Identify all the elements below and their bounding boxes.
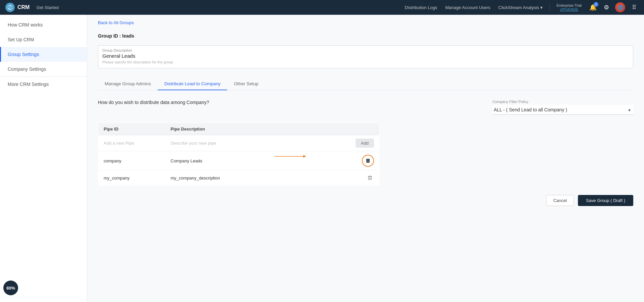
back-to-all-groups-link[interactable]: Back to All Groups: [87, 15, 145, 28]
trial-info: Enterprise-Trial UPGRADE: [556, 3, 582, 11]
logo[interactable]: CRM: [5, 3, 30, 12]
delete-pipe-button-highlighted[interactable]: [362, 155, 374, 167]
pipe-description-header: Pipe Description: [165, 123, 350, 135]
tab-other-setup[interactable]: Other Setup: [227, 78, 265, 90]
pipe-id-cell: my_company: [98, 170, 165, 186]
group-description-value[interactable]: General Leads: [102, 53, 629, 59]
pipe-id-cell: company: [98, 151, 165, 170]
pipe-table: Pipe ID Pipe Description: [98, 123, 380, 186]
progress-circle: 80%: [3, 281, 18, 295]
group-id-value: leads: [122, 33, 134, 39]
user-avatar[interactable]: 🌐: [615, 2, 625, 12]
save-group-draft-button[interactable]: Save Group ( Draft ): [578, 195, 633, 206]
topnav-links: Distribution Logs Manage Account Users C…: [405, 5, 543, 10]
company-filter-select[interactable]: ALL - ( Send Lead to all Company ) ROUND…: [492, 105, 633, 115]
group-id-prefix: Group ID :: [98, 33, 121, 39]
sidebar-item-group-settings[interactable]: Group Settings: [0, 47, 87, 62]
sidebar-item-more-crm-settings[interactable]: More CRM Settings: [0, 77, 87, 92]
group-description-help: Please specify the description for the g…: [102, 60, 629, 64]
chevron-down-icon: ▾: [540, 5, 543, 10]
delete-pipe-button[interactable]: [366, 174, 374, 182]
add-pipe-button[interactable]: Add: [356, 139, 374, 148]
pipe-id-header: Pipe ID: [98, 123, 165, 135]
manage-account-users-link[interactable]: Manage Account Users: [445, 5, 490, 10]
new-pipe-id-input[interactable]: [104, 141, 160, 146]
sidebar-item-set-up-crm[interactable]: Set Up CRM: [0, 32, 87, 47]
notifications-button[interactable]: 🔔: [588, 3, 598, 12]
nav-divider: [549, 3, 550, 11]
progress-indicator: 80%: [3, 281, 18, 295]
pipe-description-cell: my_company_description: [165, 170, 350, 186]
pipe-table-wrapper: Pipe ID Pipe Description: [98, 123, 380, 186]
group-description-label: Group Description: [102, 48, 629, 52]
logo-icon: [5, 3, 15, 12]
action-header: [350, 123, 380, 135]
tabs: Manage Group Admins Distribute Lead to C…: [98, 78, 633, 90]
topnav-icon-group: 🔔 ⚙ 🌐 ⠿: [588, 2, 639, 12]
top-navigation: CRM Get Started Distribution Logs Manage…: [0, 0, 644, 15]
distribution-logs-link[interactable]: Distribution Logs: [405, 5, 437, 10]
company-filter-label: Company Filter Policy: [492, 100, 528, 104]
get-started-link[interactable]: Get Started: [36, 5, 58, 10]
table-row: my_company my_company_description: [98, 170, 380, 186]
distribute-tab-content: How do you wish to distribute data among…: [98, 100, 633, 206]
distribute-label: How do you wish to distribute data among…: [98, 100, 209, 105]
content-area: Group ID : leads Group Description Gener…: [87, 28, 644, 219]
upgrade-link[interactable]: UPGRADE: [560, 7, 578, 11]
group-id-row: Group ID : leads: [98, 33, 633, 39]
distribute-row: How do you wish to distribute data among…: [98, 100, 633, 115]
tab-distribute-lead-to-company[interactable]: Distribute Lead to Company: [158, 78, 227, 90]
table-row: company Company Leads: [98, 151, 380, 170]
sidebar-item-how-crm-works[interactable]: How CRM works: [0, 17, 87, 32]
sidebar: How CRM works Set Up CRM Group Settings …: [0, 15, 87, 302]
clickstream-analysis-link[interactable]: ClickStream Analysis ▾: [498, 5, 543, 10]
company-filter-select-wrapper: ALL - ( Send Lead to all Company ) ROUND…: [492, 105, 633, 115]
logo-text: CRM: [17, 4, 30, 10]
pipe-description-cell: Company Leads: [165, 151, 350, 170]
pipe-row-action: [356, 155, 374, 167]
cancel-button[interactable]: Cancel: [546, 195, 574, 206]
company-filter-group: Company Filter Policy ALL - ( Send Lead …: [492, 100, 633, 115]
group-description-field: Group Description General Leads Please s…: [98, 45, 633, 68]
action-buttons: Cancel Save Group ( Draft ): [98, 195, 633, 206]
sidebar-item-company-settings[interactable]: Company Settings: [0, 62, 87, 77]
add-pipe-row: Add: [98, 135, 380, 151]
settings-icon-button[interactable]: ⚙: [602, 3, 611, 12]
main-content: Back to All Groups Group ID : leads Grou…: [87, 15, 644, 302]
apps-icon-button[interactable]: ⠿: [629, 3, 639, 12]
new-pipe-description-input[interactable]: [171, 141, 345, 146]
pipe-row-action-2: [356, 174, 374, 182]
tab-manage-group-admins[interactable]: Manage Group Admins: [98, 78, 158, 90]
